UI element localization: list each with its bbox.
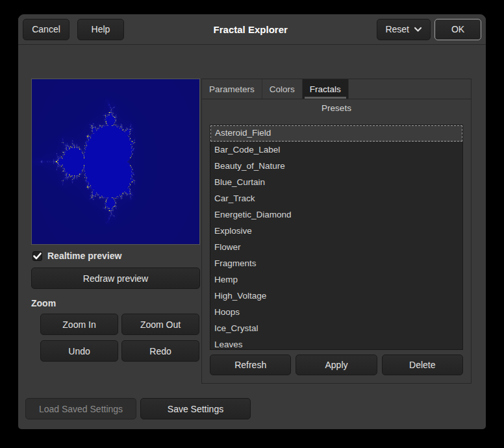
- preset-item[interactable]: Beauty_of_Nature: [210, 158, 462, 174]
- cancel-button[interactable]: Cancel: [23, 19, 69, 40]
- realtime-preview-checkbox[interactable]: Realtime preview: [32, 250, 121, 262]
- undo-button[interactable]: Undo: [40, 340, 118, 362]
- preset-item[interactable]: Energetic_Diamond: [210, 206, 462, 223]
- preset-item[interactable]: Fragments: [210, 255, 462, 271]
- fractal-preview-frame: [31, 79, 200, 245]
- zoom-section-label: Zoom: [31, 298, 56, 308]
- refresh-button[interactable]: Refresh: [210, 355, 291, 375]
- load-saved-settings-button: Load Saved Settings: [25, 398, 136, 419]
- tab-fractals[interactable]: Fractals: [303, 79, 349, 99]
- preset-item[interactable]: Car_Track: [210, 190, 462, 206]
- preset-action-buttons: Refresh Apply Delete: [210, 355, 463, 375]
- presets-title: Presets: [202, 103, 471, 113]
- redo-button[interactable]: Redo: [121, 340, 199, 362]
- fractal-explorer-dialog: Cancel Help Fractal Explorer Reset OK Re…: [18, 14, 486, 429]
- redraw-preview-button[interactable]: Redraw preview: [31, 268, 200, 289]
- zoom-out-button[interactable]: Zoom Out: [121, 314, 199, 335]
- tab-bar: ParametersColorsFractals: [202, 79, 471, 99]
- fractal-preview[interactable]: [32, 79, 199, 244]
- settings-notebook: ParametersColorsFractals Presets Asteroi…: [201, 79, 472, 384]
- tab-parameters[interactable]: Parameters: [202, 79, 262, 99]
- reset-dropdown-button[interactable]: Reset: [377, 19, 431, 40]
- preset-item[interactable]: Asteroid_Field: [210, 125, 462, 142]
- preset-item[interactable]: Ice_Crystal: [210, 320, 462, 336]
- preset-item[interactable]: Blue_Curtain: [210, 174, 462, 190]
- delete-button[interactable]: Delete: [382, 355, 463, 375]
- titlebar-right-actions: Reset OK: [377, 19, 481, 40]
- tab-colors[interactable]: Colors: [262, 79, 303, 99]
- preset-item[interactable]: Hemp: [210, 271, 462, 288]
- titlebar: Cancel Help Fractal Explorer Reset OK: [18, 14, 486, 45]
- presets-list[interactable]: Asteroid_FieldBar_Code_LabelBeauty_of_Na…: [210, 125, 463, 350]
- checkbox-checked-icon: [32, 251, 42, 261]
- preset-item[interactable]: Explosive: [210, 223, 462, 239]
- preset-item[interactable]: Flower: [210, 239, 462, 255]
- titlebar-left-actions: Cancel Help: [23, 19, 124, 40]
- preset-item[interactable]: High_Voltage: [210, 288, 462, 304]
- help-button[interactable]: Help: [77, 19, 124, 40]
- chevron-down-icon: [414, 24, 422, 34]
- realtime-preview-label: Realtime preview: [47, 251, 121, 261]
- preset-item[interactable]: Leaves: [210, 336, 462, 350]
- preset-item[interactable]: Hoops: [210, 304, 462, 320]
- apply-button[interactable]: Apply: [296, 355, 377, 375]
- preset-item[interactable]: Bar_Code_Label: [210, 142, 462, 158]
- zoom-in-button[interactable]: Zoom In: [40, 314, 118, 335]
- zoom-button-grid: Zoom In Zoom Out Undo Redo: [40, 314, 199, 362]
- reset-button-label: Reset: [385, 24, 409, 34]
- dialog-title: Fractal Explorer: [124, 24, 377, 35]
- save-settings-button[interactable]: Save Settings: [140, 398, 251, 419]
- ok-button[interactable]: OK: [435, 19, 481, 40]
